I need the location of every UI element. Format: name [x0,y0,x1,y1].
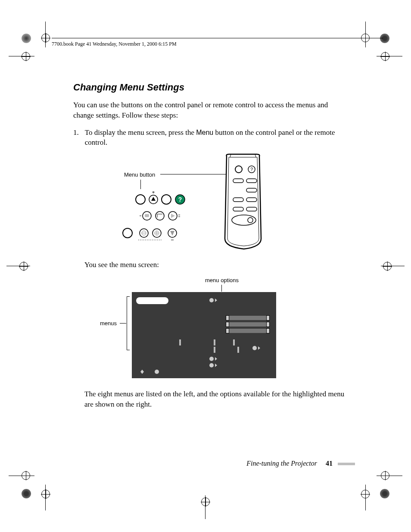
section-title: Changing Menu Settings [73,82,345,93]
svg-point-16 [123,228,132,238]
svg-point-3 [162,195,171,204]
control-panel-diagram: ? [110,187,196,247]
footer-title: Fine-tuning the Projector [246,460,317,467]
footer-rule [338,463,355,465]
svg-rect-37 [246,198,257,202]
closing-paragraph: The eight menus are listed on the left, … [84,389,345,410]
menu-button-label: Menu button [124,171,155,178]
header-rule [52,38,383,38]
header-text: 7700.book Page 41 Wednesday, November 1,… [52,41,383,47]
svg-point-30 [235,166,242,173]
footer-page-number: 41 [326,460,333,467]
intro-paragraph: You can use the buttons on the control p… [73,100,345,121]
svg-rect-33 [233,179,243,183]
menu-options-label: menu options [205,277,239,283]
svg-rect-36 [233,198,243,202]
step-number: 1. [73,128,79,148]
figure-control-and-remote: Menu button ? [84,156,345,251]
figure-menu-screen: menu options menus [84,277,345,380]
svg-rect-35 [246,188,257,192]
svg-text:?: ? [250,167,253,172]
reg-right [383,262,392,271]
on-screen-menu [132,292,276,378]
remote-control-diagram: ? [218,152,270,251]
reg-left [19,262,28,271]
svg-rect-39 [246,207,257,211]
svg-marker-42 [140,370,144,372]
svg-point-0 [136,195,145,204]
step-1: 1. To display the menu screen, press the… [73,128,345,148]
svg-marker-43 [140,372,144,374]
step-text: To display the menu screen, press the Me… [85,128,345,148]
svg-rect-9 [145,214,149,217]
svg-point-41 [248,218,253,223]
svg-point-44 [155,370,159,374]
page-footer: Fine-tuning the Projector 41 [246,460,355,467]
after-figure-text: You see the menu screen: [84,260,345,270]
menus-label: menus [100,320,117,327]
menu-word: Menu [196,129,213,136]
svg-rect-34 [246,179,257,183]
reg-bottom [201,498,210,506]
svg-rect-38 [233,207,243,211]
svg-text:?: ? [178,196,182,203]
